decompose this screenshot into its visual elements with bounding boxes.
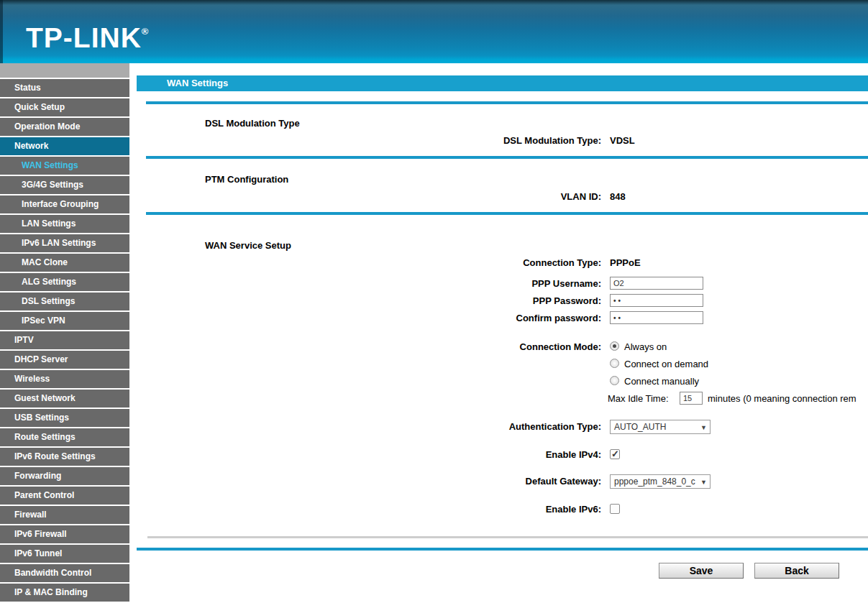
- sidebar-item-3g-4g-settings[interactable]: 3G/4G Settings: [0, 176, 129, 194]
- registered-mark: ®: [142, 26, 149, 37]
- sidebar-item-ipv6-route-settings[interactable]: IPv6 Route Settings: [0, 448, 129, 466]
- page-title: WAN Settings: [137, 75, 868, 91]
- enable-ipv6-label: Enable IPv6:: [273, 504, 601, 515]
- sidebar-item-ipsec-vpn[interactable]: IPSec VPN: [0, 312, 129, 330]
- max-idle-time-label: Max Idle Time:: [608, 393, 669, 404]
- connection-mode-label: Connection Mode:: [273, 341, 601, 352]
- authentication-type-select[interactable]: AUTO_AUTH ▼: [610, 420, 711, 434]
- default-gateway-selected-value: pppoe_ptm_848_0_c: [614, 477, 695, 487]
- ppp-password-label: PPP Password:: [273, 295, 601, 306]
- ppp-username-input[interactable]: [610, 277, 703, 290]
- footer-divider: [147, 536, 868, 538]
- vlan-id-value: 848: [610, 191, 626, 202]
- footer-divider-blue: [137, 548, 868, 551]
- sidebar-item-iptv[interactable]: IPTV: [0, 331, 129, 349]
- max-idle-time-input[interactable]: [680, 392, 703, 405]
- sidebar-item-forwarding[interactable]: Forwarding: [0, 467, 129, 485]
- sidebar-item-status[interactable]: Status: [0, 79, 129, 97]
- connect-manually-radio-label[interactable]: Connect manually: [624, 376, 699, 387]
- always-on-radio[interactable]: [610, 341, 619, 351]
- dropdown-arrow-icon: ▼: [700, 421, 707, 434]
- sidebar-item-mac-clone[interactable]: MAC Clone: [0, 254, 129, 272]
- default-gateway-select[interactable]: pppoe_ptm_848_0_c ▼: [610, 474, 711, 489]
- dsl-modulation-type-label: DSL Modulation Type:: [273, 135, 601, 146]
- sidebar-item-route-settings[interactable]: Route Settings: [0, 428, 129, 446]
- sidebar-item-usb-settings[interactable]: USB Settings: [0, 409, 129, 427]
- sidebar-menu: StatusQuick SetupOperation ModeNetworkWA…: [0, 63, 129, 603]
- wan-service-section-header: WAN Service Setup: [205, 240, 291, 251]
- sidebar-item-guest-network[interactable]: Guest Network: [0, 390, 129, 408]
- sidebar-item-wan-settings[interactable]: WAN Settings: [0, 157, 129, 175]
- sidebar-item-interface-grouping[interactable]: Interface Grouping: [0, 195, 129, 213]
- vlan-id-label: VLAN ID:: [273, 191, 601, 202]
- sidebar-item-bandwidth-control[interactable]: Bandwidth Control: [0, 564, 129, 582]
- confirm-password-input[interactable]: [610, 311, 703, 324]
- save-button[interactable]: Save: [659, 563, 744, 579]
- enable-ipv4-label: Enable IPv4:: [273, 449, 601, 460]
- sidebar-item-lan-settings[interactable]: LAN Settings: [0, 215, 129, 233]
- enable-ipv4-checkbox[interactable]: [610, 449, 620, 459]
- sidebar-item-ipv6-firewall[interactable]: IPv6 Firewall: [0, 525, 129, 543]
- authentication-type-selected-value: AUTO_AUTH: [614, 422, 666, 432]
- enable-ipv6-checkbox[interactable]: [610, 504, 620, 514]
- ppp-password-input[interactable]: [610, 294, 703, 307]
- sidebar-item-quick-setup[interactable]: Quick Setup: [0, 98, 129, 116]
- dropdown-arrow-icon: ▼: [700, 476, 707, 489]
- sidebar-top-spacer: [0, 63, 129, 78]
- sidebar-item-dsl-settings[interactable]: DSL Settings: [0, 293, 129, 310]
- max-idle-time-suffix: minutes (0 meaning connection rem: [708, 393, 856, 404]
- connect-on-demand-radio[interactable]: [610, 359, 619, 368]
- default-gateway-label: Default Gateway:: [273, 476, 601, 487]
- section-divider: [146, 156, 868, 159]
- back-button[interactable]: Back: [754, 563, 839, 579]
- dsl-section-header: DSL Modulation Type: [205, 118, 300, 129]
- tplink-logo: TP-LINK®: [26, 17, 148, 52]
- sidebar-item-alg-settings[interactable]: ALG Settings: [0, 273, 129, 291]
- sidebar-item-firewall[interactable]: Firewall: [0, 506, 129, 524]
- section-divider: [146, 101, 868, 104]
- connection-type-label: Connection Type:: [273, 257, 601, 268]
- always-on-radio-label[interactable]: Always on: [624, 341, 667, 352]
- dsl-modulation-type-value: VDSL: [610, 135, 635, 146]
- sidebar-item-ipv6-lan-settings[interactable]: IPv6 LAN Settings: [0, 234, 129, 252]
- connect-on-demand-radio-label[interactable]: Connect on demand: [624, 359, 708, 369]
- connect-manually-radio[interactable]: [610, 376, 619, 385]
- sidebar-item-wireless[interactable]: Wireless: [0, 370, 129, 388]
- app-header: TP-LINK®: [0, 0, 868, 63]
- sidebar-item-operation-mode[interactable]: Operation Mode: [0, 118, 129, 136]
- sidebar-item-network[interactable]: Network: [0, 137, 129, 155]
- authentication-type-label: Authentication Type:: [273, 421, 601, 432]
- sidebar-item-dhcp-server[interactable]: DHCP Server: [0, 351, 129, 369]
- section-divider: [146, 212, 868, 215]
- sidebar-item-parent-control[interactable]: Parent Control: [0, 487, 129, 505]
- confirm-password-label: Confirm password:: [273, 313, 601, 323]
- connection-type-value: PPPoE: [610, 257, 641, 268]
- sidebar-item-ipv6-tunnel[interactable]: IPv6 Tunnel: [0, 545, 129, 563]
- ppp-username-label: PPP Username:: [273, 278, 601, 289]
- sidebar-item-ip-mac-binding[interactable]: IP & MAC Binding: [0, 584, 129, 602]
- ptm-section-header: PTM Configuration: [205, 174, 288, 185]
